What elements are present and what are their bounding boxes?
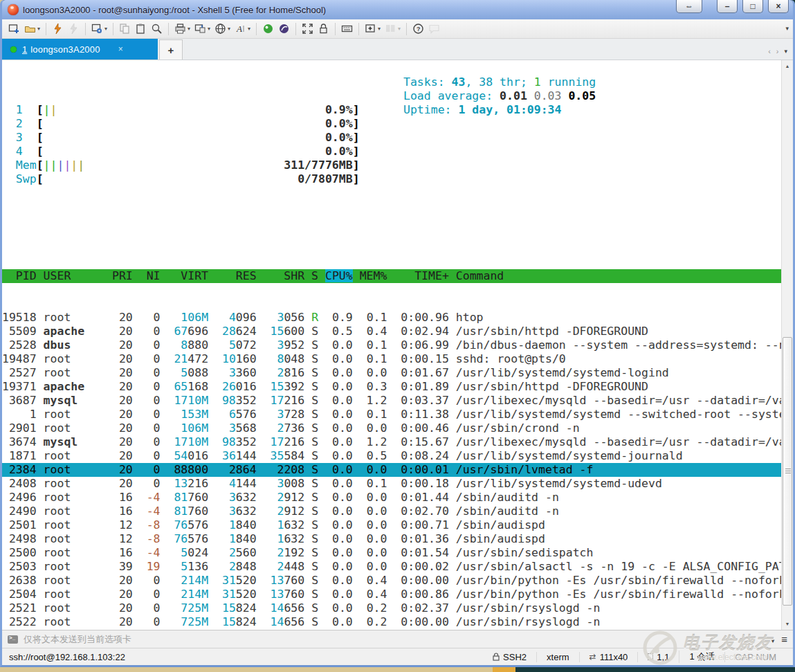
fullscreen-icon[interactable] xyxy=(300,21,316,37)
dropdown-arrow-icon[interactable]: ▾ xyxy=(208,26,210,32)
tab-scroll-right-icon[interactable]: › xyxy=(776,47,779,55)
status-bar: ssh://root@192.168.1.103:22 SSH2xterm⇄11… xyxy=(2,648,793,665)
column-header-user[interactable]: USER xyxy=(44,269,105,282)
new-session-icon[interactable] xyxy=(6,21,22,37)
dropdown-arrow-icon[interactable]: ▾ xyxy=(248,26,250,32)
svg-text:A: A xyxy=(236,24,242,34)
session-tab[interactable]: 1 loongson3A2000 xyxy=(2,39,158,60)
column-header-time[interactable]: TIME+ xyxy=(394,269,448,282)
quick-command-input[interactable]: 仅将文本发送到当前选项卡 xyxy=(24,633,131,646)
open-session-icon[interactable]: ▾ xyxy=(22,21,42,37)
paste-icon[interactable] xyxy=(133,21,149,37)
session-properties-icon[interactable]: ▾ xyxy=(89,21,109,37)
process-row[interactable]: 2500 root 16 -4 5024 2560 2192 S 0.0 0.0… xyxy=(2,546,781,560)
command-bar-menu-icon[interactable] xyxy=(781,633,787,646)
meter-bar: | xyxy=(51,103,57,116)
column-header-res[interactable]: RES xyxy=(215,269,257,282)
process-row[interactable]: 2503 root 39 19 5136 2848 2448 S 0.0 0.0… xyxy=(2,560,781,574)
tab-bar: 1 loongson3A2000 + ‹ › ▾ xyxy=(2,39,793,60)
meter-bar: | xyxy=(44,103,51,116)
new-terminal-icon[interactable]: ▾ xyxy=(363,21,383,37)
column-header-s[interactable]: S xyxy=(311,269,318,282)
find-icon[interactable] xyxy=(149,21,165,37)
connected-status-icon xyxy=(10,46,17,53)
web-browser-icon[interactable]: ▾ xyxy=(212,21,232,37)
toolbar-separator xyxy=(406,23,407,35)
toolbar-separator xyxy=(256,23,257,35)
process-row[interactable]: 2501 root 12 -8 76576 1840 1632 S 0.0 0.… xyxy=(2,518,781,532)
process-row[interactable]: 2408 root 20 0 13216 4144 3008 S 0.0 0.1… xyxy=(2,477,781,491)
dropdown-arrow-icon[interactable]: ▾ xyxy=(104,26,107,32)
process-row[interactable]: 2490 root 16 -4 81760 3632 2912 S 0.0 0.… xyxy=(2,505,781,518)
toolbar-separator xyxy=(295,23,296,35)
scroll-up-icon[interactable] xyxy=(782,60,793,72)
print-icon[interactable]: ▾ xyxy=(172,21,192,37)
column-header-shr[interactable]: SHR xyxy=(264,269,305,282)
send-mode-dropdown-icon[interactable] xyxy=(771,633,775,646)
virtual-keyboard-icon[interactable] xyxy=(339,21,355,37)
toolbar: ▾▾▾▾▾A▾▾▾?▾ xyxy=(2,19,793,39)
help-icon[interactable]: ? xyxy=(410,21,426,37)
session-pane-toggle-button[interactable]: ⇔ xyxy=(676,0,702,13)
connect-icon[interactable] xyxy=(50,21,66,37)
dropdown-arrow-icon[interactable]: ▾ xyxy=(378,26,381,32)
column-header-pri[interactable]: PRI xyxy=(112,269,133,282)
process-row[interactable]: 1 root 20 0 153M 6576 3728 S 0.0 0.1 0:1… xyxy=(2,408,781,421)
terminal[interactable]: 1 [|| 0.9%] 2 [ 0.0%] 3 [ 0.0%] 4 [ xyxy=(2,60,781,630)
process-row[interactable]: 5509 apache 20 0 67696 28624 15600 S 0.5… xyxy=(2,325,781,338)
dropdown-arrow-icon[interactable]: ▾ xyxy=(188,26,190,32)
process-row[interactable]: 3687 mysql 20 0 1710M 98352 17216 S 0.0 … xyxy=(2,394,781,408)
process-row[interactable]: 3674 mysql 20 0 1710M 98352 17216 S 0.0 … xyxy=(2,435,781,449)
vertical-scrollbar[interactable] xyxy=(781,60,793,630)
compose-terminal-icon xyxy=(8,635,18,644)
process-row[interactable]: 2496 root 16 -4 81760 3632 2912 S 0.0 0.… xyxy=(2,491,781,505)
process-row[interactable]: 2901 root 20 0 106M 3568 2736 S 0.0 0.0 … xyxy=(2,421,781,435)
maximize-button[interactable]: □ xyxy=(742,0,763,13)
process-row[interactable]: 19371 apache 20 0 65168 26016 15392 S 0.… xyxy=(2,380,781,394)
font-icon[interactable]: A▾ xyxy=(232,21,253,37)
process-row[interactable]: 2522 root 20 0 725M 15824 14656 S 0.0 0.… xyxy=(2,615,781,629)
column-header-mem[interactable]: MEM% xyxy=(360,269,387,282)
column-header-pid[interactable]: PID xyxy=(2,269,37,282)
process-row[interactable]: 2504 root 20 0 214M 31520 13760 S 0.0 0.… xyxy=(2,588,781,601)
status-1-1: 1,1 xyxy=(637,652,679,662)
process-row[interactable]: 2498 root 12 -8 76576 1840 1632 S 0.0 0.… xyxy=(2,532,781,546)
title-bar[interactable]: loongson3A2000 - root@sunhaiyong:/root -… xyxy=(2,0,793,19)
column-header-ni[interactable]: NI xyxy=(140,269,161,282)
process-row[interactable]: 2521 root 20 0 725M 15824 14656 S 0.0 0.… xyxy=(2,601,781,615)
process-row[interactable]: 2638 root 20 0 214M 31520 13760 S 0.0 0.… xyxy=(2,574,781,588)
process-row[interactable]: 19487 root 20 0 21472 10160 8048 S 0.0 0… xyxy=(2,352,781,366)
status-indicators: SSH2xterm⇄111x401,11 会话CAP NUM xyxy=(483,651,786,663)
tab-close-icon[interactable] xyxy=(118,44,123,54)
meter-4: 4 [ 0.0%] xyxy=(2,145,781,158)
dropdown-arrow-icon[interactable]: ▾ xyxy=(228,26,230,32)
screen-layout-icon[interactable]: ▾ xyxy=(192,21,212,37)
column-header-cpu[interactable]: CPU% xyxy=(325,269,353,282)
process-row[interactable]: 2527 root 20 0 5088 3360 2816 S 0.0 0.0 … xyxy=(2,366,781,380)
scroll-down-icon[interactable] xyxy=(782,618,793,630)
dropdown-arrow-icon[interactable]: ▾ xyxy=(398,26,401,32)
status-cap-num: CAP NUM xyxy=(724,652,786,662)
tab-number: 1 xyxy=(22,44,27,55)
lock-icon xyxy=(493,653,500,661)
process-row[interactable]: 1871 root 20 0 54016 36144 35584 S 0.0 0… xyxy=(2,449,781,463)
lock-screen-icon[interactable] xyxy=(316,21,331,37)
xmanager-icon[interactable] xyxy=(276,21,292,37)
process-row[interactable]: 19518 root 20 0 106M 4096 3056 R 0.9 0.1… xyxy=(2,311,781,325)
toolbar-overflow-icon[interactable]: ▾ xyxy=(785,25,789,32)
column-header-command[interactable]: Command xyxy=(456,269,504,282)
xftp-icon[interactable] xyxy=(260,21,276,37)
column-header-virt[interactable]: VIRT xyxy=(167,269,208,282)
process-row[interactable]: 2528 dbus 20 0 8880 5072 3952 S 0.0 0.1 … xyxy=(2,338,781,352)
process-row[interactable]: 2384 root 20 0 88800 2864 2208 S 0.0 0.0… xyxy=(2,463,781,477)
meter-bar: | xyxy=(44,158,51,172)
terminal-area: 1 [|| 0.9%] 2 [ 0.0%] 3 [ 0.0%] 4 [ xyxy=(2,60,793,630)
scrollbar-thumb[interactable] xyxy=(783,337,792,606)
close-button[interactable]: × xyxy=(768,0,789,13)
htop-table-header[interactable]: PID USER PRI NI VIRT RES SHR S CPU% MEM%… xyxy=(2,269,781,283)
dropdown-arrow-icon[interactable]: ▾ xyxy=(37,26,40,32)
minimize-button[interactable]: – xyxy=(717,0,738,13)
tab-scroll-left-icon[interactable]: ‹ xyxy=(768,47,771,55)
tab-list-dropdown-icon[interactable]: ▾ xyxy=(784,48,787,55)
new-tab-button[interactable]: + xyxy=(159,39,183,60)
